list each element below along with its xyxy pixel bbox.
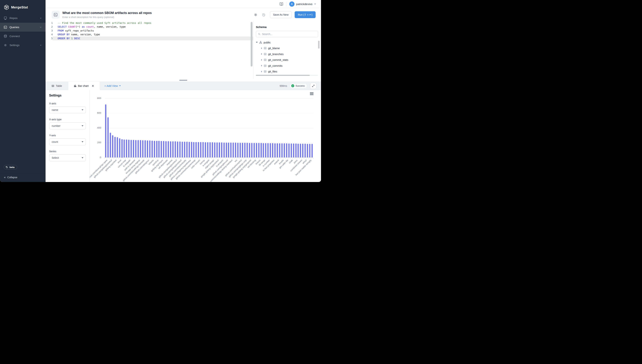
bar xyxy=(161,141,162,158)
y-axis-tick-label: 800 xyxy=(90,97,101,100)
status-badge: Success xyxy=(290,84,307,88)
gear-icon xyxy=(254,13,258,17)
expand-arrows-icon xyxy=(312,84,315,87)
divider xyxy=(286,2,286,6)
bar xyxy=(191,142,192,158)
sidebar-item-connect[interactable]: Connect xyxy=(0,32,46,40)
tree-node-git-commit-stats[interactable]: git_commit_stats xyxy=(256,57,318,63)
bar-chart-icon xyxy=(74,84,76,87)
collapse-sidebar-button[interactable]: « Collapse xyxy=(0,172,46,182)
caret-right-icon[interactable] xyxy=(261,59,262,61)
run-query-button[interactable]: Run (⇧ + ↵) xyxy=(295,11,316,18)
sidebar: MergeStat Repos Queries Co xyxy=(0,0,46,182)
table-icon xyxy=(264,58,267,61)
close-icon[interactable] xyxy=(92,84,94,87)
schema-horizontal-scrollbar[interactable] xyxy=(256,75,318,76)
bar xyxy=(105,104,106,158)
tree-node-label: git_branches xyxy=(268,52,284,56)
series-select[interactable]: Select xyxy=(49,154,86,161)
code-text: GROUP BY name, version, type xyxy=(53,33,253,36)
caret-right-icon[interactable] xyxy=(261,53,262,55)
sidebar-item-label: Connect xyxy=(10,34,20,38)
sidebar-item-settings[interactable]: Settings xyxy=(0,40,46,50)
bar xyxy=(130,140,132,158)
bar xyxy=(302,144,304,158)
user-menu[interactable]: patrickdevivo xyxy=(289,2,316,7)
beta-label: beta xyxy=(10,166,14,168)
tree-node-git-commits[interactable]: git_commits xyxy=(256,63,318,69)
tree-node-label: git_commit_stats xyxy=(268,58,288,61)
bar xyxy=(196,142,197,158)
gear-icon xyxy=(4,44,7,47)
bar xyxy=(110,133,111,158)
query-description-placeholder[interactable]: Enter a short description for this query… xyxy=(62,16,152,18)
bar xyxy=(135,140,136,158)
x-axis-type-select[interactable]: number xyxy=(49,122,86,129)
tab-bar-chart[interactable]: Bar chart xyxy=(68,82,100,90)
add-view-button[interactable]: + Add View xyxy=(104,82,121,90)
bar xyxy=(182,142,183,158)
tree-node-public[interactable]: public xyxy=(256,40,318,45)
bar xyxy=(177,142,178,158)
tab-table[interactable]: Table xyxy=(46,82,68,90)
drag-handle[interactable] xyxy=(179,80,187,81)
tree-node-label: git_blame xyxy=(268,46,280,50)
code-text: FROM syft_repo_artifacts xyxy=(53,29,253,33)
bar xyxy=(226,142,227,158)
caret-right-icon[interactable] xyxy=(261,47,262,49)
bar xyxy=(232,142,234,158)
query-history-button[interactable] xyxy=(262,13,266,17)
tree-node-git-branches[interactable]: git_branches xyxy=(256,51,318,57)
sql-editor[interactable]: 1-- Find the most commonly used Syft art… xyxy=(46,21,253,79)
sidebar-item-repos[interactable]: Repos xyxy=(0,14,46,22)
bar xyxy=(202,142,204,158)
bar xyxy=(175,141,176,158)
logo-text: MergeStat xyxy=(11,6,28,9)
y-axis-select[interactable]: count xyxy=(49,138,86,145)
bar xyxy=(268,143,269,158)
y-axis-tick-label: 200 xyxy=(90,141,101,144)
bar xyxy=(124,140,125,158)
mergestat-app: MergeStat Repos Queries Co xyxy=(0,0,321,182)
save-as-new-button[interactable]: Save As New xyxy=(270,11,292,18)
schema-title: Schema xyxy=(256,26,318,29)
line-number: 2 xyxy=(46,25,53,29)
sidebar-item-queries[interactable]: Queries xyxy=(0,22,46,32)
code-text: -- Find the most commonly used Syft arti… xyxy=(53,21,253,25)
editor-scrollbar[interactable] xyxy=(251,22,252,66)
query-terminal-icon xyxy=(52,11,60,19)
bar xyxy=(244,143,246,158)
caret-right-icon[interactable] xyxy=(261,65,262,66)
schema-vertical-scrollbar[interactable] xyxy=(318,41,320,48)
beta-badge: beta xyxy=(4,165,17,170)
caret-down-icon xyxy=(119,85,121,86)
caret-down-icon xyxy=(82,125,84,126)
bar xyxy=(214,142,215,158)
caret-down-icon xyxy=(82,110,84,110)
table-icon xyxy=(264,46,267,50)
tree-node-git-blame[interactable]: git_blame xyxy=(256,45,318,51)
select-value: number xyxy=(52,124,60,127)
table-icon xyxy=(264,52,267,56)
gridline xyxy=(104,128,313,128)
bar xyxy=(168,141,169,158)
bar xyxy=(147,140,148,158)
tree-node-git-files[interactable]: git_files xyxy=(256,69,318,74)
bar xyxy=(246,143,248,158)
caret-down-icon[interactable] xyxy=(256,42,258,43)
query-settings-button[interactable] xyxy=(254,13,258,17)
expand-results-button[interactable] xyxy=(310,83,316,89)
x-axis-select[interactable]: name xyxy=(49,106,86,113)
bar xyxy=(307,144,308,158)
query-title[interactable]: What are the most common SBOM artifacts … xyxy=(62,11,152,15)
caret-right-icon[interactable] xyxy=(261,71,262,72)
bar xyxy=(293,144,294,158)
schema-search-input[interactable] xyxy=(262,33,316,36)
bar xyxy=(119,138,120,158)
code-line: 2SELECT COUNT(*) as count, name, version… xyxy=(46,25,253,29)
docs-book-icon[interactable] xyxy=(280,2,283,6)
history-clock-icon xyxy=(262,13,266,17)
code-line: 1-- Find the most commonly used Syft art… xyxy=(46,21,253,25)
bar xyxy=(312,144,313,158)
chart-menu-icon[interactable] xyxy=(310,92,314,96)
